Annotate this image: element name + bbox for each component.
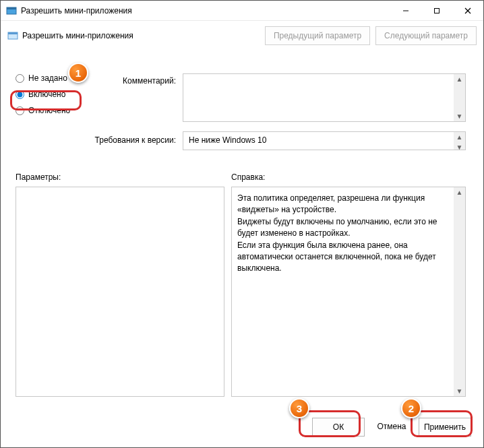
radio-disabled-input[interactable] [16, 106, 24, 115]
minimize-button[interactable] [390, 1, 421, 21]
titlebar: Разрешить мини-приложения [1, 1, 483, 21]
svg-rect-1 [7, 7, 16, 9]
apply-button[interactable]: Применить [419, 418, 471, 437]
radio-label: Отключено [28, 106, 70, 115]
scrollbar[interactable]: ▲ ▼ [454, 187, 465, 396]
requirements-field: Не ниже Windows 10 ▲ ▼ [183, 131, 466, 150]
radio-label: Включено [28, 90, 65, 99]
app-icon [6, 5, 17, 16]
maximize-button[interactable] [421, 1, 452, 21]
radio-not-configured-input[interactable] [16, 74, 24, 83]
comment-value [186, 77, 452, 119]
scroll-down-icon: ▼ [456, 142, 463, 152]
comment-label: Комментарий: [102, 76, 176, 86]
help-panel: Эта политика определяет, разрешена ли фу… [231, 187, 466, 397]
svg-rect-7 [8, 32, 18, 34]
next-setting-button[interactable]: Следующий параметр [375, 26, 477, 45]
comment-textarea[interactable]: ▲ ▼ [183, 73, 466, 122]
previous-setting-button[interactable]: Предыдущий параметр [265, 26, 370, 45]
scroll-up-icon: ▲ [456, 187, 463, 197]
radio-enabled-input[interactable] [16, 90, 24, 99]
window-title: Разрешить мини-приложения [21, 6, 390, 15]
scrollbar[interactable]: ▲ ▼ [454, 132, 465, 150]
annotation-callout-2: 2 [401, 398, 421, 418]
radio-label: Не задано [28, 73, 67, 83]
help-text: Эта политика определяет, разрешена ли фу… [237, 193, 450, 275]
svg-rect-3 [435, 8, 440, 13]
radio-enabled[interactable]: Включено [16, 90, 96, 99]
close-button[interactable] [452, 1, 483, 21]
help-section-label: Справка: [231, 172, 265, 182]
annotation-callout-3: 3 [289, 398, 309, 418]
scroll-up-icon: ▲ [456, 132, 463, 142]
ok-button[interactable]: ОК [312, 418, 365, 437]
scrollbar[interactable]: ▲ ▼ [454, 74, 465, 121]
parameters-panel [16, 187, 224, 397]
radio-disabled[interactable]: Отключено [16, 106, 96, 115]
scroll-up-icon: ▲ [456, 74, 463, 84]
annotation-callout-1: 1 [68, 63, 88, 83]
dialog-button-row: ОК Отмена Применить [312, 418, 471, 437]
scroll-down-icon: ▼ [456, 386, 463, 396]
scroll-down-icon: ▼ [456, 111, 463, 121]
policy-icon [7, 30, 18, 41]
policy-title: Разрешить мини-приложения [22, 31, 260, 40]
requirements-label: Требования к версии: [87, 135, 176, 145]
cancel-button[interactable]: Отмена [371, 418, 412, 437]
policy-header: Разрешить мини-приложения Предыдущий пар… [1, 21, 483, 48]
parameters-section-label: Параметры: [16, 172, 61, 182]
requirements-value: Не ниже Windows 10 [189, 135, 266, 145]
